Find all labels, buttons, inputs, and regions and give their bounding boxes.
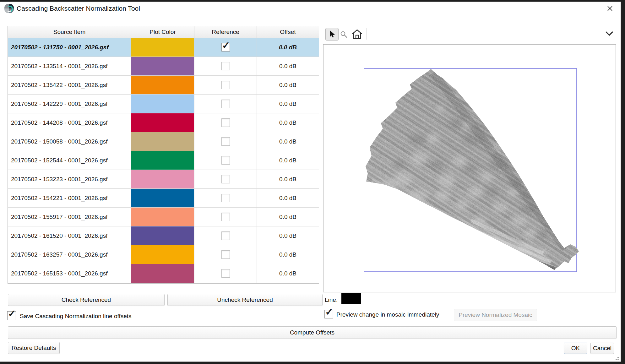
source-item-cell[interactable]: 20170502 - 142229 - 0001_2026.gsf — [8, 95, 131, 113]
reference-checkbox[interactable] — [221, 156, 230, 165]
collapse-panel-button[interactable] — [603, 30, 615, 38]
offset-value[interactable]: 0.0 dB — [257, 226, 319, 245]
line-color-swatch[interactable] — [341, 293, 361, 304]
resize-grip[interactable] — [615, 356, 619, 360]
offset-value[interactable]: 0.0 dB — [257, 76, 319, 94]
offset-value[interactable]: 0.0 dB — [257, 189, 319, 207]
source-item-cell[interactable]: 20170502 - 161520 - 0001_2026.gsf — [8, 226, 131, 245]
table-row[interactable]: 20170502 - 153223 - 0001_2026.gsf0.0 dB — [8, 170, 319, 189]
source-item-cell[interactable]: 20170502 - 165153 - 0001_2026.gsf — [8, 264, 131, 283]
plot-color-swatch[interactable] — [131, 38, 194, 57]
table-row[interactable]: 20170502 - 163257 - 0001_2026.gsf0.0 dB — [8, 245, 319, 264]
plot-color-swatch[interactable] — [131, 170, 194, 188]
reference-checkbox[interactable] — [221, 81, 230, 89]
mosaic-preview-panel[interactable] — [323, 44, 616, 292]
source-item-cell[interactable]: 20170502 - 133514 - 0001_2026.gsf — [8, 57, 131, 75]
table-row[interactable]: 20170502 - 142229 - 0001_2026.gsf0.0 dB — [8, 95, 319, 113]
reference-cell — [194, 57, 257, 75]
plot-color-swatch[interactable] — [131, 245, 194, 264]
plot-color-swatch[interactable] — [131, 189, 194, 207]
source-item-cell[interactable]: 20170502 - 131750 - 0001_2026.gsf — [8, 38, 131, 57]
plot-color-swatch[interactable] — [131, 264, 194, 283]
source-item-cell[interactable]: 20170502 - 153223 - 0001_2026.gsf — [8, 170, 131, 188]
plot-color-swatch[interactable] — [131, 226, 194, 245]
offset-value[interactable]: 0.0 dB — [257, 95, 319, 113]
column-header-reference[interactable]: Reference — [194, 26, 257, 38]
pointer-cursor-icon — [328, 30, 336, 38]
source-item-cell[interactable]: 20170502 - 154221 - 0001_2026.gsf — [8, 189, 131, 207]
column-header-plot-color[interactable]: Plot Color — [131, 26, 194, 38]
check-mark-icon: ✓ — [8, 309, 16, 318]
reference-checkbox[interactable] — [221, 62, 230, 70]
offset-value[interactable]: 0.0 dB — [257, 38, 319, 57]
reference-checkbox[interactable] — [221, 250, 230, 259]
table-row[interactable]: 20170502 - 144208 - 0001_2026.gsf0.0 dB — [8, 113, 319, 132]
save-offsets-label: Save Cascading Normalization line offset… — [20, 313, 132, 320]
reference-checkbox[interactable] — [221, 118, 230, 127]
reference-checkbox[interactable] — [221, 100, 230, 108]
uncheck-referenced-button[interactable]: Uncheck Referenced — [167, 294, 323, 306]
table-row[interactable]: 20170502 - 152544 - 0001_2026.gsf0.0 dB — [8, 151, 319, 170]
cancel-button[interactable]: Cancel — [590, 343, 614, 354]
reference-checkbox[interactable] — [221, 213, 230, 221]
reference-checkbox[interactable] — [221, 137, 230, 146]
reference-checkbox[interactable] — [221, 175, 230, 183]
mosaic-canvas — [323, 45, 616, 292]
reference-cell: ✓ — [194, 38, 257, 57]
plot-color-swatch[interactable] — [131, 76, 194, 94]
plot-color-cell — [131, 95, 194, 113]
restore-defaults-button[interactable]: Restore Defaults — [8, 342, 60, 354]
close-button[interactable] — [604, 3, 616, 14]
home-tool-button[interactable] — [351, 28, 363, 41]
table-row[interactable]: 20170502 - 165153 - 0001_2026.gsf0.0 dB — [8, 264, 319, 283]
table-row[interactable]: 20170502 - 161520 - 0001_2026.gsf0.0 dB — [8, 226, 319, 245]
offset-value[interactable]: 0.0 dB — [257, 264, 319, 283]
table-body: 20170502 - 131750 - 0001_2026.gsf✓0.0 dB… — [8, 38, 319, 283]
save-offsets-checkbox[interactable]: ✓ — [7, 311, 16, 320]
reference-checkbox[interactable] — [221, 194, 230, 202]
table-row[interactable]: 20170502 - 133514 - 0001_2026.gsf0.0 dB — [8, 57, 319, 76]
offset-value[interactable]: 0.0 dB — [257, 151, 319, 170]
preview-normalized-mosaic-button[interactable]: Preview Normalized Mosaic — [454, 309, 537, 321]
offset-value[interactable]: 0.0 dB — [257, 132, 319, 151]
pointer-tool-button[interactable] — [325, 28, 339, 41]
plot-color-swatch[interactable] — [131, 208, 194, 226]
title-bar: Cascading Backscatter Normalization Tool — [0, 2, 621, 15]
source-item-cell[interactable]: 20170502 - 150058 - 0001_2026.gsf — [8, 132, 131, 151]
plot-color-swatch[interactable] — [131, 95, 194, 113]
reference-checkbox[interactable]: ✓ — [221, 43, 230, 52]
reference-checkbox[interactable] — [221, 231, 230, 240]
reference-checkbox[interactable] — [221, 269, 230, 278]
source-item-cell[interactable]: 20170502 - 152544 - 0001_2026.gsf — [8, 151, 131, 170]
check-referenced-button[interactable]: Check Referenced — [8, 294, 165, 306]
column-header-offset[interactable]: Offset — [257, 26, 319, 38]
source-item-cell[interactable]: 20170502 - 144208 - 0001_2026.gsf — [8, 113, 131, 132]
reference-cell — [194, 132, 257, 151]
source-item-cell[interactable]: 20170502 - 163257 - 0001_2026.gsf — [8, 245, 131, 264]
dialog-window: Cascading Backscatter Normalization Tool… — [0, 2, 621, 362]
offset-value[interactable]: 0.0 dB — [257, 208, 319, 226]
table-row[interactable]: 20170502 - 131750 - 0001_2026.gsf✓0.0 dB — [8, 38, 319, 57]
source-item-cell[interactable]: 20170502 - 155917 - 0001_2026.gsf — [8, 208, 131, 226]
offset-value[interactable]: 0.0 dB — [257, 113, 319, 132]
table-row[interactable]: 20170502 - 135422 - 0001_2026.gsf0.0 dB — [8, 76, 319, 95]
offset-value[interactable]: 0.0 dB — [257, 57, 319, 75]
column-header-source-item[interactable]: Source Item — [8, 26, 131, 38]
plot-color-swatch[interactable] — [131, 57, 194, 75]
plot-color-cell — [131, 132, 194, 151]
plot-color-cell — [131, 208, 194, 226]
preview-immediate-checkbox[interactable]: ✓ — [324, 310, 333, 318]
table-row[interactable]: 20170502 - 154221 - 0001_2026.gsf0.0 dB — [8, 189, 319, 208]
reference-cell — [194, 245, 257, 264]
plot-color-swatch[interactable] — [131, 151, 194, 170]
compute-offsets-button[interactable]: Compute Offsets — [8, 326, 617, 339]
offset-value[interactable]: 0.0 dB — [257, 170, 319, 188]
table-row[interactable]: 20170502 - 155917 - 0001_2026.gsf0.0 dB — [8, 208, 319, 226]
plot-color-swatch[interactable] — [131, 113, 194, 132]
table-row[interactable]: 20170502 - 150058 - 0001_2026.gsf0.0 dB — [8, 132, 319, 151]
offset-value[interactable]: 0.0 dB — [257, 245, 319, 264]
source-item-cell[interactable]: 20170502 - 135422 - 0001_2026.gsf — [8, 76, 131, 94]
zoom-tool-button[interactable] — [339, 30, 349, 40]
plot-color-swatch[interactable] — [131, 132, 194, 151]
ok-button[interactable]: OK — [564, 343, 587, 354]
